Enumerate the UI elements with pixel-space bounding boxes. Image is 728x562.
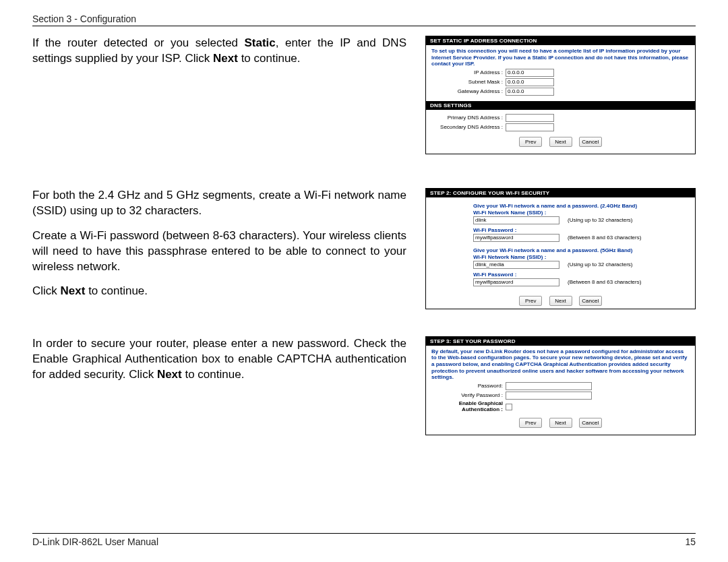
- subnet-input[interactable]: [506, 78, 554, 86]
- ssid-24-input[interactable]: [473, 216, 559, 224]
- section-label: Section 3 - Configuration: [32, 13, 696, 24]
- verify-password-label: Verify Password :: [431, 392, 503, 398]
- panel-title-static: SET STATIC IP ADDRESS CONNECTION: [426, 36, 695, 45]
- wifi-text: For both the 2.4 GHz and 5 GHz segments,…: [32, 188, 406, 309]
- header-rule: [32, 26, 696, 26]
- page-header: Section 3 - Configuration: [32, 13, 696, 26]
- secondary-dns-label: Secondary DNS Address :: [431, 124, 503, 130]
- password-section: In order to secure your router, please e…: [32, 336, 696, 436]
- verify-password-row: Verify Password :: [431, 392, 690, 400]
- wifi-5-heading: Give your Wi-Fi network a name and a pas…: [473, 247, 690, 253]
- subnet-label: Subnet Mask :: [431, 79, 503, 85]
- ssid-24-hint: (Using up to 32 characters): [568, 217, 633, 223]
- prev-button[interactable]: Prev: [519, 418, 542, 428]
- next-button[interactable]: Next: [549, 137, 572, 147]
- static-ip-section: If the router detected or you selected S…: [32, 36, 696, 154]
- secondary-dns-row: Secondary DNS Address :: [431, 123, 690, 131]
- prev-button[interactable]: Prev: [519, 137, 542, 147]
- page-footer: D-Link DIR-862L User Manual 15: [32, 533, 696, 547]
- prev-button[interactable]: Prev: [519, 296, 542, 306]
- cancel-button[interactable]: Cancel: [579, 296, 602, 306]
- pwd-5-input[interactable]: [473, 278, 559, 286]
- static-ip-info: To set up this connection you will need …: [431, 48, 690, 67]
- gateway-label: Gateway Address :: [431, 88, 503, 94]
- pwd-24-label: Wi-Fi Password :: [473, 227, 690, 233]
- pwd-24-input[interactable]: [473, 234, 559, 242]
- wifi-buttons: Prev Next Cancel: [431, 292, 690, 309]
- verify-password-input[interactable]: [506, 392, 592, 400]
- ip-address-row: IP Address :: [431, 69, 690, 77]
- ip-address-label: IP Address :: [431, 69, 503, 75]
- admin-password-row: Password:: [431, 382, 690, 390]
- ip-address-input[interactable]: [506, 69, 554, 77]
- gateway-row: Gateway Address :: [431, 88, 690, 96]
- password-info: By default, your new D-Link Router does …: [431, 348, 690, 381]
- static-buttons: Prev Next Cancel: [431, 133, 690, 150]
- admin-password-input[interactable]: [506, 382, 592, 390]
- captcha-checkbox[interactable]: [506, 404, 512, 410]
- wifi-panel: STEP 2: CONFIGURE YOUR WI-FI SECURITY Gi…: [425, 188, 696, 309]
- primary-dns-row: Primary DNS Address :: [431, 114, 690, 122]
- ssid-5-hint: (Using up to 32 characters): [568, 261, 633, 268]
- password-buttons: Prev Next Cancel: [431, 414, 690, 431]
- panel-title-password: STEP 3: SET YOUR PASSWORD: [426, 337, 695, 346]
- password-panel: STEP 3: SET YOUR PASSWORD By default, yo…: [425, 336, 696, 436]
- pwd-24-hint: (Between 8 and 63 characters): [568, 235, 641, 241]
- cancel-button[interactable]: Cancel: [579, 418, 602, 428]
- page-number: 15: [685, 536, 696, 547]
- password-text: In order to secure your router, please e…: [32, 336, 406, 392]
- secondary-dns-input[interactable]: [506, 123, 554, 131]
- primary-dns-input[interactable]: [506, 114, 554, 122]
- admin-password-label: Password:: [431, 383, 503, 389]
- footer-rule: [32, 533, 696, 534]
- ssid-5-input[interactable]: [473, 261, 559, 269]
- captcha-label: Enable GraphicalAuthentication :: [431, 401, 503, 413]
- ssid-5-label: Wi-Fi Network Name (SSID) :: [473, 254, 690, 260]
- wifi-24-heading: Give your Wi-Fi network a name and a pas…: [473, 203, 690, 209]
- gateway-input[interactable]: [506, 88, 554, 96]
- primary-dns-label: Primary DNS Address :: [431, 115, 503, 121]
- captcha-row: Enable GraphicalAuthentication :: [431, 401, 690, 413]
- manual-title: D-Link DIR-862L User Manual: [32, 536, 158, 547]
- pwd-5-hint: (Between 8 and 63 characters): [568, 279, 641, 285]
- subnet-row: Subnet Mask :: [431, 78, 690, 86]
- static-ip-text: If the router detected or you selected S…: [32, 36, 406, 76]
- cancel-button[interactable]: Cancel: [579, 137, 602, 147]
- panel-title-wifi: STEP 2: CONFIGURE YOUR WI-FI SECURITY: [426, 189, 695, 197]
- next-button[interactable]: Next: [549, 296, 572, 306]
- ssid-24-label: Wi-Fi Network Name (SSID) :: [473, 210, 690, 216]
- wifi-section: For both the 2.4 GHz and 5 GHz segments,…: [32, 188, 696, 309]
- static-ip-panel: SET STATIC IP ADDRESS CONNECTION To set …: [425, 36, 696, 154]
- pwd-5-label: Wi-Fi Password :: [473, 272, 690, 278]
- panel-title-dns: DNS SETTINGS: [426, 101, 695, 110]
- next-button[interactable]: Next: [549, 418, 572, 428]
